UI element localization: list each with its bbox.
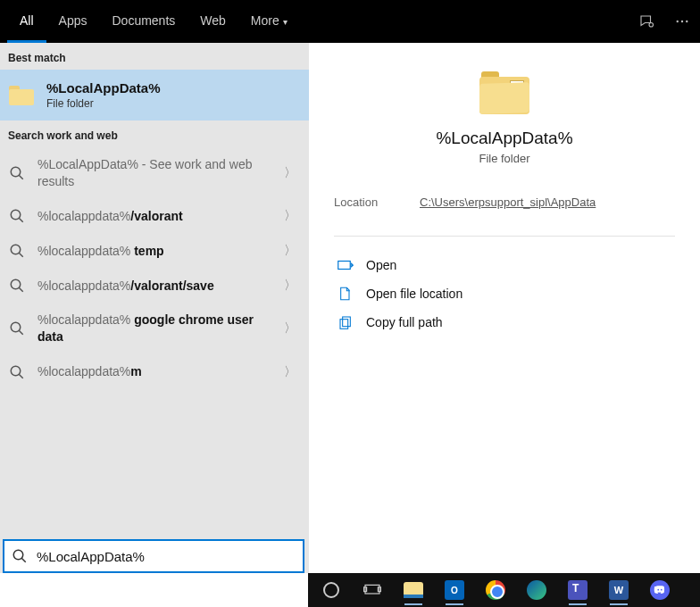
open-icon: [336, 258, 355, 272]
divider: [334, 236, 675, 237]
preview-panel: %LocalAppData% File folder Location C:\U…: [309, 43, 700, 573]
svg-point-19: [13, 550, 23, 560]
svg-rect-21: [365, 585, 379, 594]
search-result-3[interactable]: %localappdata%/valorant/save〉: [0, 269, 309, 304]
result-text: %localappdata%m: [38, 363, 302, 380]
taskbar-outlook[interactable]: O: [435, 573, 474, 607]
search-icon: [12, 548, 28, 564]
taskbar-cortana[interactable]: [312, 573, 351, 607]
action-copy-path[interactable]: Copy full path: [334, 308, 675, 337]
edge-icon: [527, 580, 546, 600]
search-icon: [9, 278, 25, 294]
search-icon: [9, 208, 25, 224]
location-row: Location C:\Users\erpsupport_sipl\AppDat…: [334, 195, 675, 209]
search-box[interactable]: [3, 539, 304, 573]
search-result-5[interactable]: %localappdata%m〉: [0, 354, 309, 389]
action-open-location[interactable]: Open file location: [334, 279, 675, 308]
preview-title: %LocalAppData%: [436, 129, 572, 148]
svg-line-15: [19, 374, 23, 378]
more-options-icon[interactable]: [664, 0, 700, 43]
svg-point-1: [677, 21, 679, 22]
chevron-right-icon[interactable]: 〉: [284, 243, 296, 259]
best-match-title: %LocalAppData%: [46, 80, 161, 96]
search-input[interactable]: [37, 549, 296, 564]
word-icon: W: [609, 580, 629, 600]
open-location-icon: [336, 287, 355, 301]
chevron-right-icon[interactable]: 〉: [284, 165, 296, 181]
best-match-subtitle: File folder: [46, 97, 161, 110]
search-icon: [9, 364, 25, 380]
cortana-icon: [323, 582, 339, 598]
section-search-web: Search work and web: [0, 121, 309, 147]
svg-point-4: [11, 167, 21, 177]
discord-icon: [650, 580, 670, 600]
location-link[interactable]: C:\Users\erpsupport_sipl\AppData: [420, 195, 596, 209]
result-text: %LocalAppData% - See work and web result…: [38, 156, 302, 190]
chevron-right-icon[interactable]: 〉: [284, 208, 296, 224]
folder-large-icon: [479, 71, 529, 114]
search-result-4[interactable]: %localappdata% google chrome user data〉: [0, 303, 309, 354]
preview-subtitle: File folder: [479, 152, 529, 165]
taskbar-explorer[interactable]: [394, 573, 433, 607]
search-filter-tabs: All Apps Documents Web More: [0, 0, 700, 43]
action-label: Open file location: [366, 287, 462, 301]
svg-rect-16: [338, 262, 351, 270]
taskbar: O W: [308, 573, 700, 607]
folder-icon: [9, 86, 34, 105]
taskbar-discord[interactable]: [640, 573, 679, 607]
taskbar-word[interactable]: W: [599, 573, 638, 607]
result-text: %localappdata%/valorant/save: [38, 278, 302, 295]
svg-line-11: [19, 287, 23, 292]
copy-icon: [336, 315, 355, 329]
svg-point-3: [686, 21, 688, 22]
svg-point-2: [681, 21, 683, 22]
search-icon: [9, 165, 25, 181]
chevron-right-icon[interactable]: 〉: [284, 364, 296, 380]
taskbar-chrome[interactable]: [476, 573, 515, 607]
svg-point-14: [11, 366, 21, 376]
svg-point-0: [649, 23, 654, 28]
svg-line-13: [19, 331, 23, 336]
feedback-icon[interactable]: [629, 0, 664, 43]
svg-rect-17: [343, 317, 351, 327]
result-text: %localappdata%/valorant: [38, 208, 302, 225]
svg-rect-18: [340, 320, 348, 329]
result-text: %localappdata% google chrome user data: [38, 312, 302, 345]
tab-all[interactable]: All: [7, 0, 46, 43]
taskview-icon: [363, 583, 381, 597]
search-icon: [9, 243, 25, 259]
svg-point-8: [11, 245, 21, 254]
search-icon: [9, 320, 25, 337]
action-label: Copy full path: [366, 315, 443, 329]
svg-line-5: [19, 175, 23, 179]
svg-point-6: [11, 210, 21, 220]
taskbar-teams[interactable]: [558, 573, 597, 607]
teams-icon: [568, 580, 588, 600]
tab-more[interactable]: More: [238, 0, 300, 43]
svg-point-12: [11, 323, 21, 333]
svg-line-9: [19, 253, 23, 257]
best-match-result[interactable]: %LocalAppData% File folder: [0, 70, 309, 121]
svg-line-7: [19, 218, 23, 222]
explorer-icon: [404, 582, 423, 598]
tab-documents[interactable]: Documents: [99, 0, 188, 43]
tab-web[interactable]: Web: [188, 0, 238, 43]
location-label: Location: [334, 195, 420, 209]
search-result-2[interactable]: %localappdata% temp〉: [0, 234, 309, 269]
chrome-icon: [486, 580, 505, 600]
search-result-1[interactable]: %localappdata%/valorant〉: [0, 199, 309, 234]
result-text: %localappdata% temp: [38, 243, 302, 260]
section-best-match: Best match: [0, 43, 309, 70]
svg-line-20: [21, 558, 26, 562]
taskbar-taskview[interactable]: [353, 573, 392, 607]
search-result-0[interactable]: %LocalAppData% - See work and web result…: [0, 147, 309, 199]
outlook-icon: O: [445, 580, 464, 600]
tab-apps[interactable]: Apps: [46, 0, 100, 43]
action-label: Open: [366, 258, 396, 272]
taskbar-edge[interactable]: [517, 573, 556, 607]
action-open[interactable]: Open: [334, 251, 675, 279]
chevron-right-icon[interactable]: 〉: [284, 320, 296, 337]
results-panel: Best match %LocalAppData% File folder Se…: [0, 43, 309, 573]
chevron-right-icon[interactable]: 〉: [284, 278, 296, 294]
svg-point-10: [11, 279, 21, 289]
